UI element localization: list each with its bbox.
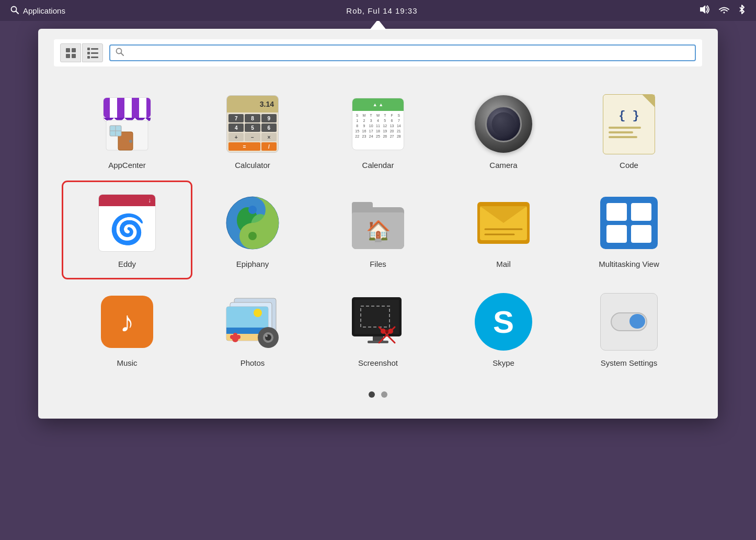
mail-icon: [472, 192, 535, 254]
files-label: Files: [370, 260, 386, 268]
app-item-skype[interactable]: S Skype: [441, 282, 566, 376]
settings-icon: [598, 290, 660, 353]
toolbar: [54, 39, 702, 66]
topbar-datetime: Rob, Ful 14 19:33: [346, 6, 417, 15]
calculator-label: Calculator: [235, 161, 270, 170]
page-dot-2[interactable]: [381, 391, 387, 398]
svg-point-23: [248, 232, 257, 240]
epiphany-icon: [221, 192, 284, 254]
app-item-calculator[interactable]: 3.14 7 8 9 4 5 6 + − × = /: [190, 84, 315, 178]
apps-menu[interactable]: Applications: [10, 6, 65, 16]
search-box[interactable]: [109, 44, 696, 61]
epiphany-label: Epiphany: [236, 260, 269, 268]
app-item-screenshot[interactable]: Screenshot: [315, 282, 441, 376]
eddy-icon: ↓ 🌀: [96, 192, 158, 254]
svg-marker-2: [700, 5, 705, 14]
app-item-camera[interactable]: Camera: [441, 84, 566, 178]
appcenter-label: AppCenter: [108, 161, 146, 170]
pagination: [54, 391, 702, 398]
svg-rect-32: [226, 307, 268, 328]
music-icon: ♪: [96, 290, 158, 353]
list-icon: [87, 48, 98, 59]
launcher-window: AppCenter 3.14 7 8 9 4 5 6 + − ×: [38, 29, 718, 419]
screenshot-label: Screenshot: [358, 358, 398, 367]
app-item-epiphany[interactable]: Epiphany: [190, 183, 315, 277]
camera-label: Camera: [489, 161, 517, 170]
app-item-music[interactable]: ♪ Music: [64, 282, 190, 376]
svg-rect-48: [368, 341, 388, 343]
svg-line-5: [121, 53, 124, 56]
settings-label: System Settings: [601, 358, 657, 367]
photos-icon: [221, 290, 284, 353]
app-grid: AppCenter 3.14 7 8 9 4 5 6 + − ×: [54, 79, 702, 381]
svg-point-42: [230, 335, 234, 339]
app-item-eddy[interactable]: ↓ 🌀 Eddy: [64, 183, 190, 277]
mail-label: Mail: [496, 260, 511, 268]
code-label: Code: [620, 161, 638, 170]
grid-icon: [66, 48, 76, 58]
eddy-label: Eddy: [118, 260, 136, 268]
search-icon: [10, 6, 19, 16]
svg-point-3: [723, 12, 725, 14]
search-field-icon: [116, 48, 124, 58]
app-item-files[interactable]: 🏠 Files: [315, 183, 441, 277]
page-dot-1[interactable]: [369, 391, 375, 398]
svg-point-35: [254, 309, 262, 317]
svg-point-39: [266, 335, 268, 337]
app-item-code[interactable]: { } Code: [566, 84, 692, 178]
app-item-mail[interactable]: Mail: [441, 183, 566, 277]
camera-icon: [472, 93, 535, 155]
app-item-calendar[interactable]: ▲ ▲ SMT WTF S 123 456 7 8910 111213 14 1…: [315, 84, 441, 178]
app-item-multitasking[interactable]: Multitasking View: [566, 183, 692, 277]
view-toggle: [60, 43, 103, 62]
skype-icon: S: [472, 290, 535, 353]
appcenter-icon: [96, 93, 158, 155]
search-input[interactable]: [127, 49, 690, 58]
volume-icon[interactable]: [698, 5, 710, 16]
bluetooth-icon[interactable]: [738, 5, 746, 16]
svg-rect-11: [139, 98, 146, 118]
svg-rect-9: [110, 98, 117, 118]
multitasking-icon: [598, 192, 660, 254]
calendar-icon: ▲ ▲ SMT WTF S 123 456 7 8910 111213 14 1…: [347, 93, 409, 155]
svg-point-14: [129, 140, 132, 143]
multitasking-label: Multitasking View: [599, 260, 659, 268]
music-label: Music: [117, 358, 137, 367]
svg-point-22: [248, 206, 257, 214]
skype-label: Skype: [492, 358, 514, 367]
network-icon[interactable]: [718, 5, 730, 16]
app-item-appcenter[interactable]: AppCenter: [64, 84, 190, 178]
svg-rect-10: [124, 98, 132, 118]
svg-point-51: [385, 330, 388, 333]
calendar-label: Calendar: [362, 161, 394, 170]
topbar-controls: [698, 5, 746, 16]
list-view-button[interactable]: [82, 43, 103, 62]
photos-label: Photos: [240, 358, 265, 367]
app-item-settings[interactable]: System Settings: [566, 282, 692, 376]
grid-view-button[interactable]: [60, 43, 81, 62]
code-icon: { }: [598, 93, 660, 155]
screenshot-icon: [347, 290, 409, 353]
svg-line-1: [16, 11, 19, 14]
svg-point-43: [236, 335, 240, 339]
files-icon: 🏠: [347, 192, 409, 254]
app-item-photos[interactable]: Photos: [190, 282, 315, 376]
topbar: Applications Rob, Ful 14 19:33: [0, 0, 756, 21]
calculator-icon: 3.14 7 8 9 4 5 6 + − × = /: [221, 93, 284, 155]
topbar-apps-label: Applications: [23, 6, 65, 15]
